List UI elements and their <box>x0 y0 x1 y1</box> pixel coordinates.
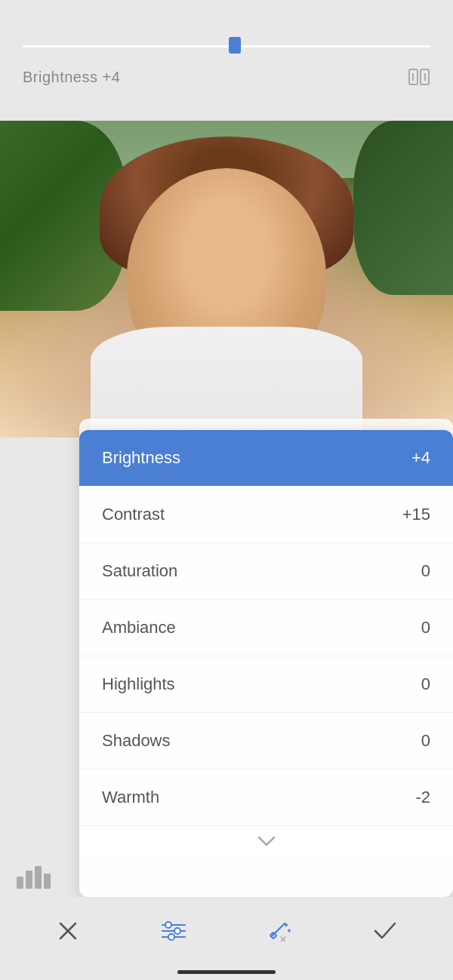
menu-item-contrast[interactable]: Contrast+15 <box>79 487 453 543</box>
menu-item-label-brightness: Brightness <box>102 448 180 468</box>
slider-area: Brightness +4 <box>0 0 453 121</box>
slider-track <box>23 45 430 48</box>
slider-thumb[interactable] <box>229 37 241 54</box>
menu-item-highlights[interactable]: Highlights0 <box>79 656 453 713</box>
menu-item-label-highlights: Highlights <box>102 674 175 694</box>
svg-point-13 <box>165 922 171 928</box>
menu-item-value-saturation: 0 <box>421 561 430 581</box>
compare-icon[interactable] <box>408 68 430 86</box>
svg-rect-6 <box>35 866 42 889</box>
menu-item-value-warmth: -2 <box>415 788 430 807</box>
slider-track-container[interactable] <box>23 35 430 57</box>
adjust-button[interactable] <box>151 908 196 954</box>
menu-item-label-saturation: Saturation <box>102 561 177 581</box>
menu-item-brightness[interactable]: Brightness+4 <box>79 430 453 487</box>
svg-point-15 <box>168 934 174 940</box>
slider-fill <box>23 45 235 48</box>
menu-item-value-brightness: +4 <box>411 448 430 468</box>
menu-item-saturation[interactable]: Saturation0 <box>79 543 453 600</box>
menu-item-value-contrast: +15 <box>402 505 430 524</box>
svg-rect-5 <box>26 871 32 889</box>
menu-item-value-highlights: 0 <box>421 674 430 694</box>
slider-label-row: Brightness +4 <box>23 68 430 86</box>
photo-trees-right <box>353 121 453 295</box>
menu-item-label-shadows: Shadows <box>102 731 171 751</box>
menu-item-label-contrast: Contrast <box>102 505 165 524</box>
confirm-button[interactable] <box>362 908 408 954</box>
menu-item-label-warmth: Warmth <box>102 788 159 807</box>
auto-button[interactable] <box>257 908 302 954</box>
menu-item-label-ambiance: Ambiance <box>102 618 176 637</box>
slider-label-text: Brightness +4 <box>23 69 120 86</box>
menu-item-ambiance[interactable]: Ambiance0 <box>79 600 453 656</box>
adjustment-panel: Brightness+4Contrast+15Saturation0Ambian… <box>79 430 453 897</box>
menu-item-shadows[interactable]: Shadows0 <box>79 713 453 770</box>
photo-area <box>0 121 453 438</box>
menu-item-value-ambiance: 0 <box>421 618 430 637</box>
histogram-area[interactable] <box>15 860 53 893</box>
svg-point-14 <box>174 928 180 934</box>
home-indicator <box>177 970 276 974</box>
cancel-button[interactable] <box>45 908 91 954</box>
menu-item-warmth[interactable]: Warmth-2 <box>79 770 453 826</box>
bottom-toolbar <box>0 897 453 980</box>
panel-chevron-down[interactable] <box>79 826 453 856</box>
svg-rect-7 <box>44 874 51 889</box>
menu-item-value-shadows: 0 <box>421 731 430 751</box>
svg-rect-4 <box>17 877 23 889</box>
